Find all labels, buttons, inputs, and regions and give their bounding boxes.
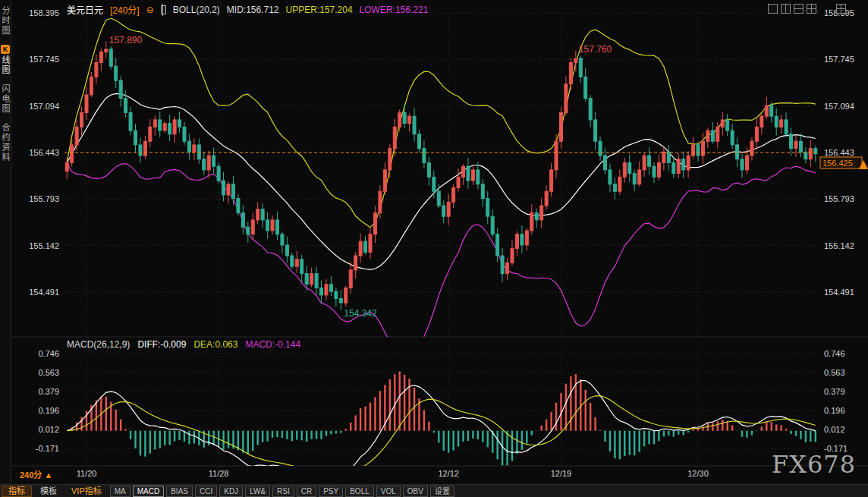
candle xyxy=(85,95,88,113)
candle xyxy=(183,127,186,141)
candle xyxy=(325,285,328,295)
footer-tab-3[interactable]: VIP指标 xyxy=(65,486,108,497)
candle xyxy=(251,220,254,234)
candle xyxy=(574,58,577,63)
period-selector[interactable]: 240分 ▲ xyxy=(20,468,52,480)
indicator-button-rsi[interactable]: RSI xyxy=(272,486,294,497)
indicator-button-kdj[interactable]: KDJ xyxy=(219,486,243,497)
candle xyxy=(369,234,372,253)
candle xyxy=(359,241,362,256)
price-annotation: 157.890 xyxy=(109,35,143,46)
macd-tick-label: 0.379 xyxy=(38,387,59,396)
candle xyxy=(149,127,152,141)
candle xyxy=(310,274,313,285)
candle xyxy=(354,256,357,270)
candle xyxy=(447,202,450,216)
candle xyxy=(559,112,562,141)
candle xyxy=(344,288,348,303)
candle xyxy=(227,184,230,195)
price-tick-label: 156.443 xyxy=(824,148,854,157)
candle xyxy=(496,234,499,256)
candle xyxy=(579,58,582,77)
candle xyxy=(770,105,773,116)
k-badge-icon: K xyxy=(1,45,10,54)
footer-tab-2[interactable]: 模板 xyxy=(34,486,63,497)
indicator-button-bias[interactable]: BIAS xyxy=(166,486,193,497)
candle xyxy=(291,256,294,266)
candle xyxy=(750,141,753,156)
candle xyxy=(530,212,533,231)
sidebar-item-timeshare-chart[interactable]: 分时图 xyxy=(0,6,11,36)
candle xyxy=(80,112,83,127)
candle xyxy=(613,184,616,191)
candle xyxy=(193,145,196,152)
chart-canvas[interactable]: 158.395158.395157.745157.745157.094157.0… xyxy=(0,0,868,497)
indicator-button-lw[interactable]: LW& xyxy=(245,486,270,497)
date-label: 12/19 xyxy=(551,469,572,478)
boll-upper-value: UPPER:157.204 xyxy=(286,5,353,15)
macd-indicator-label: MACD(26,12,9) xyxy=(67,339,130,350)
candle xyxy=(247,227,250,234)
collapse-icon[interactable]: ⊖ xyxy=(146,5,154,15)
candle xyxy=(217,166,220,181)
indicator-button-cci[interactable]: CCI xyxy=(195,486,217,497)
candle xyxy=(476,170,480,184)
candle xyxy=(643,156,646,170)
macd-tick-label: 0.196 xyxy=(824,406,845,415)
candle xyxy=(452,187,455,202)
candle xyxy=(222,181,225,195)
layout-three-pane-icon[interactable] xyxy=(794,4,804,14)
sidebar-item-kline-chart[interactable]: K 线图 xyxy=(0,45,11,75)
candle xyxy=(618,177,621,191)
candle xyxy=(90,77,93,95)
candle xyxy=(305,274,308,285)
candle xyxy=(760,116,763,127)
layout-four-pane-icon[interactable] xyxy=(807,4,816,14)
sidebar-item-contract-info[interactable]: 合约资料 xyxy=(0,123,11,162)
price-annotation: 157.760 xyxy=(579,44,612,55)
candle xyxy=(349,270,352,288)
candle xyxy=(633,174,636,184)
candle xyxy=(809,149,812,159)
candle xyxy=(594,120,597,141)
candle xyxy=(124,99,127,113)
date-label: 12/30 xyxy=(687,469,709,478)
candle xyxy=(775,116,778,127)
macd-panel xyxy=(67,371,816,477)
price-tick-label: 157.094 xyxy=(29,102,59,111)
price-tick-label: 157.745 xyxy=(824,55,854,64)
candle xyxy=(804,152,807,159)
indicator-button-psy[interactable]: PSY xyxy=(319,486,343,497)
candle xyxy=(653,166,656,177)
indicator-button-cr[interactable]: CR xyxy=(297,486,316,497)
candle xyxy=(109,49,112,67)
candle xyxy=(785,120,788,134)
candle xyxy=(589,99,592,120)
indicator-button-settings[interactable]: 设置 xyxy=(430,486,454,497)
candle xyxy=(423,149,426,163)
footer-tab-1[interactable]: 指标 xyxy=(2,486,32,497)
indicator-button-vol[interactable]: VOL xyxy=(376,486,401,497)
macd-dea-value: DEA:0.063 xyxy=(193,339,237,350)
macd-tick-label: 0.012 xyxy=(38,425,59,434)
candle xyxy=(706,131,709,141)
candle xyxy=(677,159,680,174)
layout-two-pane-icon[interactable] xyxy=(781,4,791,14)
candle xyxy=(143,141,146,156)
sidebar-item-lightning-chart[interactable]: 闪电图 xyxy=(0,84,11,114)
timeframe-label[interactable]: [240分] xyxy=(110,3,140,16)
date-label: 11/20 xyxy=(77,469,97,478)
candle xyxy=(329,285,332,291)
trading-terminal: 158.395158.395157.745157.745157.094157.0… xyxy=(0,0,868,497)
indicator-button-macd[interactable]: MACD xyxy=(133,486,164,497)
macd-hist-value: MACD:-0.144 xyxy=(245,339,300,350)
restore-window-icon[interactable] xyxy=(836,4,846,14)
layout-single-icon[interactable] xyxy=(768,4,778,14)
indicator-button-ma[interactable]: MA xyxy=(110,486,131,497)
sidebar-item-label: 合约资料 xyxy=(0,123,11,162)
indicator-button-boll[interactable]: BOLL xyxy=(345,486,374,497)
candle xyxy=(697,145,700,156)
candle xyxy=(515,234,518,249)
indicator-button-obv[interactable]: OBV xyxy=(403,486,428,497)
candle xyxy=(780,120,783,127)
